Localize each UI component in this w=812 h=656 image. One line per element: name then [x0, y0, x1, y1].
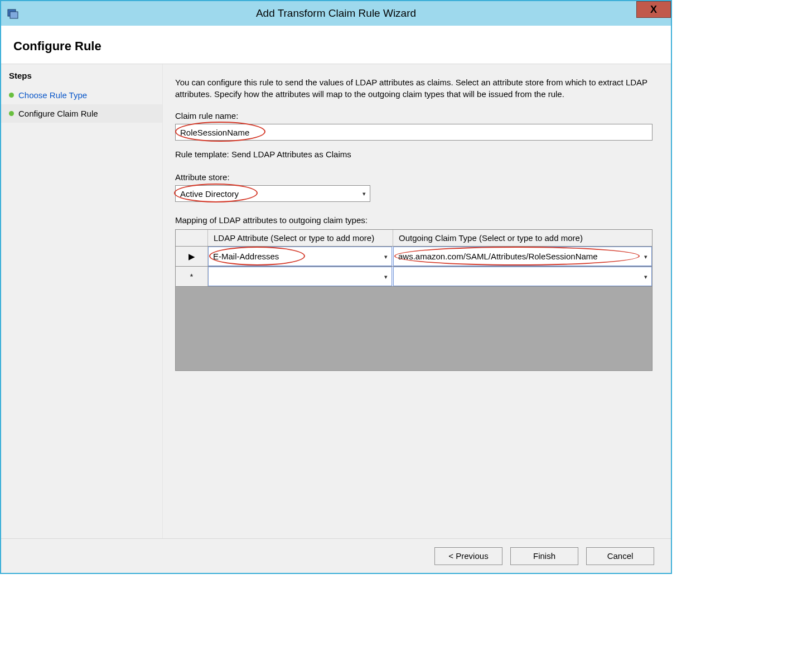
previous-button[interactable]: < Previous [434, 547, 502, 565]
grid-row-new: * ▾ ▾ [176, 267, 652, 287]
col-header-claim: Outgoing Claim Type (Select or type to a… [393, 230, 652, 246]
step-label: Choose Rule Type [18, 90, 87, 100]
claim-rule-name-input[interactable] [175, 124, 652, 141]
steps-sidebar: Steps Choose Rule Type Configure Claim R… [1, 64, 163, 538]
page-header: Configure Rule [1, 26, 671, 64]
ldap-attribute-cell: ▾ [208, 267, 393, 286]
row-header-spacer [176, 230, 208, 246]
svg-rect-1 [10, 12, 18, 18]
cancel-button[interactable]: Cancel [586, 547, 654, 565]
titlebar: Add Transform Claim Rule Wizard X [1, 1, 671, 26]
row-indicator-current: ▶ [176, 247, 208, 266]
close-icon: X [650, 4, 657, 16]
rule-template-text: Rule template: Send LDAP Attributes as C… [175, 149, 654, 159]
wizard-window: Add Transform Claim Rule Wizard X Config… [0, 0, 672, 574]
step-label: Configure Claim Rule [18, 109, 98, 118]
grid-header-row: LDAP Attribute (Select or type to add mo… [176, 230, 652, 247]
close-button[interactable]: X [636, 1, 671, 18]
mapping-label: Mapping of LDAP attributes to outgoing c… [175, 215, 654, 225]
grid-row: ▶ ▾ ▾ [176, 247, 652, 267]
outgoing-claim-cell: ▾ [393, 267, 652, 286]
outgoing-claim-combo[interactable] [393, 267, 652, 286]
step-choose-rule-type[interactable]: Choose Rule Type [1, 86, 162, 104]
finish-button[interactable]: Finish [510, 547, 578, 565]
steps-heading: Steps [1, 67, 162, 86]
col-header-ldap: LDAP Attribute (Select or type to add mo… [208, 230, 393, 246]
ldap-attribute-combo[interactable] [208, 267, 392, 286]
window-title: Add Transform Claim Rule Wizard [1, 7, 671, 20]
description-text: You can configure this rule to send the … [175, 76, 654, 100]
ldap-attribute-combo[interactable] [208, 247, 392, 266]
grid-empty-area [176, 287, 652, 370]
step-configure-claim-rule[interactable]: Configure Claim Rule [1, 104, 162, 123]
app-icon [7, 7, 19, 20]
wizard-body: Steps Choose Rule Type Configure Claim R… [1, 64, 671, 538]
mapping-grid: LDAP Attribute (Select or type to add mo… [175, 229, 652, 371]
row-indicator-new: * [176, 267, 208, 286]
outgoing-claim-combo[interactable] [393, 247, 652, 266]
step-bullet-icon [9, 111, 14, 116]
attribute-store-select[interactable]: Active Directory [175, 185, 370, 202]
outgoing-claim-cell: ▾ [393, 247, 652, 266]
claim-rule-name-label: Claim rule name: [175, 111, 654, 120]
ldap-attribute-cell: ▾ [208, 247, 393, 266]
main-panel: You can configure this rule to send the … [163, 64, 671, 538]
step-bullet-icon [9, 93, 14, 98]
page-title: Configure Rule [13, 39, 102, 53]
footer-buttons: < Previous Finish Cancel [1, 538, 671, 573]
attribute-store-label: Attribute store: [175, 172, 654, 182]
